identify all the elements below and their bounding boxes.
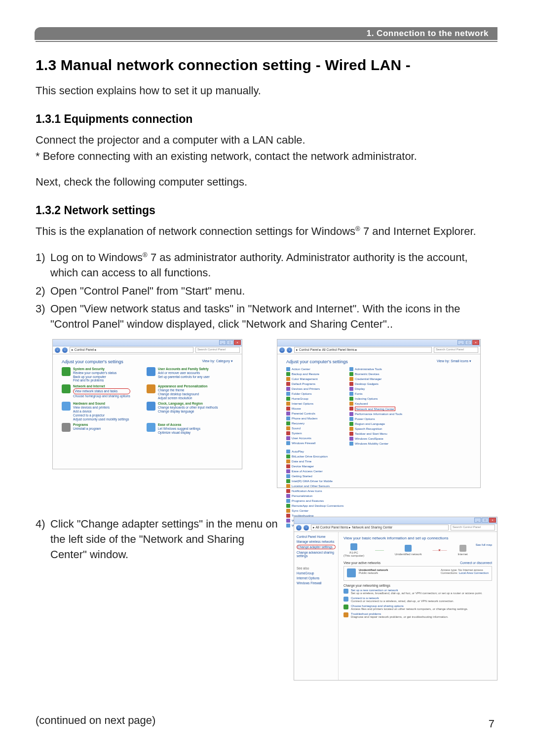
cp-item[interactable]: Date and Time xyxy=(286,459,346,463)
category-link[interactable]: Review your computer's status xyxy=(73,371,116,375)
cp-item[interactable]: Backup and Restore xyxy=(286,372,346,376)
cp-item[interactable]: Internet Options xyxy=(286,402,346,406)
minimize-icon[interactable]: _ xyxy=(457,340,464,345)
cp-item[interactable]: Biometric Devices xyxy=(349,372,410,376)
viewby-selector[interactable]: View by: Small icons ▾ xyxy=(437,359,471,364)
forward-icon[interactable]: › xyxy=(62,347,68,353)
cp-item[interactable]: System xyxy=(286,431,346,435)
close-icon[interactable]: × xyxy=(234,340,241,345)
close-icon[interactable]: × xyxy=(472,340,479,345)
category-title[interactable]: System and Security xyxy=(73,367,116,371)
cp-item[interactable]: Region and Language xyxy=(349,422,410,426)
cp-item[interactable]: Performance Information and Tools xyxy=(349,412,410,416)
category-link[interactable]: Adjust screen resolution xyxy=(158,396,207,400)
category-link[interactable]: Find and fix problems xyxy=(73,378,116,382)
category-title[interactable]: Hardware and Sound xyxy=(73,402,129,406)
back-icon[interactable]: ‹ xyxy=(279,347,285,353)
breadcrumb[interactable]: ▸ All Control Panel Items ▸ Network and … xyxy=(311,525,449,530)
category-title[interactable]: Ease of Access xyxy=(158,423,200,427)
sidebar-link[interactable]: Change adapter settings xyxy=(297,545,336,549)
forward-icon[interactable]: › xyxy=(304,525,309,530)
cp-item[interactable]: Mouse xyxy=(286,407,346,411)
category-link[interactable]: Change desktop background xyxy=(158,392,207,396)
category-link[interactable]: Let Windows suggest settings xyxy=(158,427,200,431)
cp-item[interactable]: Notification Area Icons xyxy=(286,489,346,493)
cp-item[interactable]: Power Options xyxy=(349,417,410,421)
cp-item[interactable]: Ease of Access Center xyxy=(286,469,346,473)
cp-item[interactable]: Default Programs xyxy=(286,382,346,386)
minimize-icon[interactable]: _ xyxy=(474,518,481,523)
category-link[interactable]: Add a device xyxy=(73,410,129,414)
maximize-icon[interactable]: □ xyxy=(482,518,489,523)
cp-item[interactable]: Network and Sharing Center xyxy=(349,407,410,411)
search-input[interactable]: Search Control Panel xyxy=(195,347,240,353)
network-task[interactable]: Set up a new connection or networkSet up… xyxy=(343,589,492,595)
cp-item[interactable]: Credential Manager xyxy=(349,377,410,381)
cp-item[interactable]: Device Manager xyxy=(286,464,346,468)
cp-item[interactable]: Personalization xyxy=(286,494,346,498)
category-link[interactable]: Set up parental controls for any user xyxy=(158,375,210,379)
seealso-link[interactable]: Windows Firewall xyxy=(297,581,336,585)
see-full-map-link[interactable]: See full map xyxy=(476,543,492,546)
category-link[interactable]: Adjust commonly used mobility settings xyxy=(73,417,129,421)
sidebar-link[interactable]: Change advanced sharing settings xyxy=(297,551,336,558)
category-link[interactable]: View devices and printers xyxy=(73,406,129,410)
cp-item[interactable]: AutoPlay xyxy=(286,450,346,454)
cp-item[interactable]: Administrative Tools xyxy=(349,367,410,371)
category-link[interactable]: Uninstall a program xyxy=(73,427,101,431)
close-icon[interactable]: × xyxy=(489,518,496,523)
category-title[interactable]: User Accounts and Family Safety xyxy=(158,367,210,371)
breadcrumb[interactable]: ▸ Control Panel ▸ xyxy=(70,347,193,353)
network-task[interactable]: Troubleshoot problemsDiagnose and repair… xyxy=(343,612,492,618)
viewby-selector[interactable]: View by: Category ▾ xyxy=(202,359,233,364)
cp-item[interactable]: BitLocker Drive Encryption xyxy=(286,454,346,458)
cp-item[interactable]: Folder Options xyxy=(286,392,346,396)
sidebar-home[interactable]: Control Panel Home xyxy=(297,535,336,538)
cp-item[interactable]: Windows CardSpace xyxy=(349,437,410,441)
category-title[interactable]: Clock, Language, and Region xyxy=(158,402,218,406)
breadcrumb[interactable]: ▸ Control Panel ▸ All Control Panel Item… xyxy=(294,347,432,353)
connect-disconnect-link[interactable]: Connect or disconnect xyxy=(460,561,492,565)
search-input[interactable]: Search Control Panel xyxy=(451,525,495,530)
category-link[interactable]: Add or remove user accounts xyxy=(158,371,210,375)
category-link[interactable]: Back up your computer xyxy=(73,375,116,379)
back-icon[interactable]: ‹ xyxy=(55,347,60,353)
cp-item[interactable]: RemoteApp and Desktop Connections xyxy=(286,504,346,508)
category-link[interactable]: Choose homegroup and sharing options xyxy=(73,394,130,398)
cp-item[interactable]: Action Center xyxy=(286,367,346,371)
cp-item[interactable]: Sync Center xyxy=(286,509,346,513)
cp-item[interactable]: User Accounts xyxy=(286,436,346,440)
cp-item[interactable]: Location and Other Sensors xyxy=(286,484,346,488)
category-link[interactable]: Change the theme xyxy=(158,388,207,392)
cp-item[interactable]: Fonts xyxy=(349,392,410,396)
back-icon[interactable]: ‹ xyxy=(296,525,302,530)
cp-item[interactable]: Intel(R) GMA Driver for Mobile xyxy=(286,479,346,483)
connection-link[interactable]: Local Area Connection xyxy=(459,571,489,574)
category-title[interactable]: Network and Internet xyxy=(73,384,130,388)
cp-item[interactable]: Keyboard xyxy=(349,402,410,406)
category-link[interactable]: View network status and tasks xyxy=(73,388,130,394)
cp-item[interactable]: HomeGroup xyxy=(286,397,346,401)
network-task[interactable]: Connect to a networkConnect or reconnect… xyxy=(343,597,492,603)
category-link[interactable]: Optimize visual display xyxy=(158,431,200,435)
cp-item[interactable]: Indexing Options xyxy=(349,397,410,401)
cp-item[interactable]: Recovery xyxy=(286,421,346,425)
search-input[interactable]: Search Control Panel xyxy=(434,347,478,353)
cp-item[interactable]: Windows Mobility Center xyxy=(349,442,410,446)
cp-item[interactable]: Display xyxy=(349,387,410,391)
seealso-link[interactable]: HomeGroup xyxy=(297,571,336,575)
maximize-icon[interactable]: □ xyxy=(465,340,472,345)
cp-item[interactable]: Devices and Printers xyxy=(286,387,346,391)
cp-item[interactable]: Parental Controls xyxy=(286,412,346,416)
category-link[interactable]: Change display language xyxy=(158,410,218,414)
seealso-link[interactable]: Internet Options xyxy=(297,576,336,580)
category-title[interactable]: Appearance and Personalization xyxy=(158,384,207,388)
cp-item[interactable]: Taskbar and Start Menu xyxy=(349,432,410,436)
maximize-icon[interactable]: □ xyxy=(227,340,233,345)
cp-item[interactable]: Desktop Gadgets xyxy=(349,382,410,386)
cp-item[interactable]: Color Management xyxy=(286,377,346,381)
cp-item[interactable]: Sound xyxy=(286,426,346,430)
category-link[interactable]: Change keyboards or other input methods xyxy=(158,406,218,410)
category-title[interactable]: Programs xyxy=(73,423,101,427)
cp-item[interactable]: Programs and Features xyxy=(286,499,346,503)
